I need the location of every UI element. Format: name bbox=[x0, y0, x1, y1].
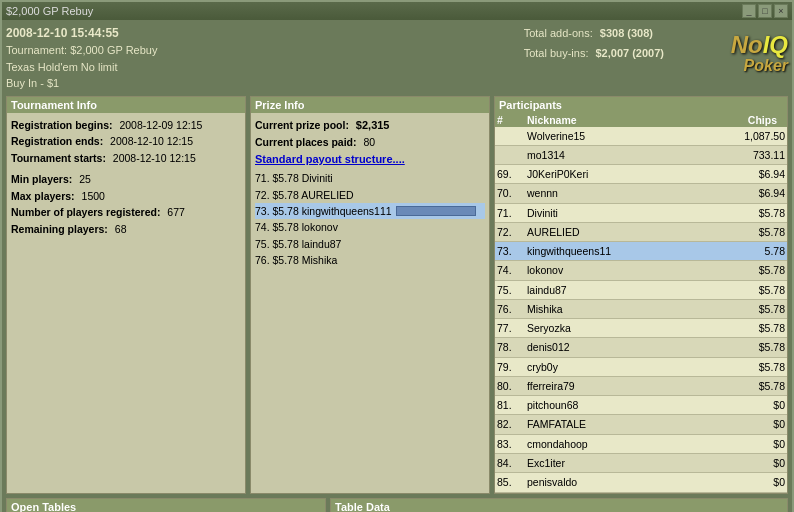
participant-chips: $5.78 bbox=[717, 358, 787, 376]
maximize-button[interactable]: □ bbox=[758, 4, 772, 18]
participant-chips: $0 bbox=[717, 454, 787, 472]
participant-chips: $5.78 bbox=[717, 377, 787, 395]
participant-num bbox=[495, 146, 525, 164]
participant-row[interactable]: 71. Diviniti $5.78 bbox=[495, 204, 787, 223]
participant-num bbox=[495, 127, 525, 145]
participant-num: 80. bbox=[495, 377, 525, 395]
participant-row[interactable]: 75. laindu87 $5.78 bbox=[495, 281, 787, 300]
participant-row[interactable]: 81. pitchoun68 $0 bbox=[495, 396, 787, 415]
participants-panel: Participants # Nickname Chips Wolverine1… bbox=[494, 96, 788, 494]
remaining-label: Remaining players: bbox=[11, 223, 108, 235]
participant-name: cmondahoop bbox=[525, 435, 717, 453]
tournament-info-panel: Tournament Info Registration begins: 200… bbox=[6, 96, 246, 494]
reg-ends-line: Registration ends: 2008-12-10 12:15 bbox=[11, 133, 241, 150]
participant-chips: $5.78 bbox=[717, 223, 787, 241]
prize-pool-line: Current prize pool: $2,315 bbox=[255, 117, 485, 135]
payout-structure-link[interactable]: Standard payout structure.... bbox=[255, 153, 405, 165]
participant-name: denis012 bbox=[525, 338, 717, 356]
participant-row[interactable]: 84. Exc1iter $0 bbox=[495, 454, 787, 473]
participant-name: J0KeriP0Keri bbox=[525, 165, 717, 183]
participant-name: AURELIED bbox=[525, 223, 717, 241]
prize-pool-value: $2,315 bbox=[356, 119, 390, 131]
min-players-label: Min players: bbox=[11, 173, 72, 185]
starts-label: Tournament starts: bbox=[11, 152, 106, 164]
participant-num: 70. bbox=[495, 184, 525, 202]
participant-name: Seryozka bbox=[525, 319, 717, 337]
participant-row[interactable]: 80. fferreira79 $5.78 bbox=[495, 377, 787, 396]
participant-row[interactable]: mo1314 733.11 bbox=[495, 146, 787, 165]
participant-row[interactable]: 72. AURELIED $5.78 bbox=[495, 223, 787, 242]
panels-row: Tournament Info Registration begins: 200… bbox=[6, 96, 788, 494]
title-bar: $2,000 GP Rebuy _ □ × bbox=[2, 2, 792, 20]
participant-chips: $0 bbox=[717, 435, 787, 453]
open-tables-panel: Open Tables Table Players Most chips Lea… bbox=[6, 498, 326, 512]
payout-link[interactable]: Standard payout structure.... bbox=[255, 151, 485, 169]
participant-row[interactable]: 78. denis012 $5.78 bbox=[495, 338, 787, 357]
bottom-section: Open Tables Table Players Most chips Lea… bbox=[6, 498, 788, 512]
reg-begins-line: Registration begins: 2008-12-09 12:15 bbox=[11, 117, 241, 134]
starts-line: Tournament starts: 2008-12-10 12:15 bbox=[11, 150, 241, 167]
participant-num: 78. bbox=[495, 338, 525, 356]
minimize-button[interactable]: _ bbox=[742, 4, 756, 18]
participants-header: Participants bbox=[495, 97, 787, 113]
prize-info-panel: Prize Info Current prize pool: $2,315 Cu… bbox=[250, 96, 490, 494]
max-players-label: Max players: bbox=[11, 190, 75, 202]
table-data-header: Table Data bbox=[331, 499, 787, 512]
reg-ends-value: 2008-12-10 12:15 bbox=[110, 135, 193, 147]
participant-row[interactable]: 77. Seryozka $5.78 bbox=[495, 319, 787, 338]
participant-num: 85. bbox=[495, 473, 525, 491]
participant-name: Wolverine15 bbox=[525, 127, 717, 145]
participant-name: Exc1iter bbox=[525, 454, 717, 472]
participant-chips: $6.94 bbox=[717, 165, 787, 183]
participant-row[interactable]: 82. FAMFATALE $0 bbox=[495, 415, 787, 434]
tournament-name: Tournament: $2,000 GP Rebuy bbox=[6, 42, 500, 59]
top-section: 2008-12-10 15:44:55 Tournament: $2,000 G… bbox=[6, 24, 788, 92]
total-addons-label: Total add-ons: bbox=[524, 27, 593, 39]
participant-name: mo1314 bbox=[525, 146, 717, 164]
close-window-button[interactable]: × bbox=[774, 4, 788, 18]
participant-row[interactable]: 73. kingwithqueens11 5.78 bbox=[495, 242, 787, 261]
total-addons-value: $308 (308) bbox=[600, 27, 653, 39]
participant-name: Diviniti bbox=[525, 204, 717, 222]
num-registered-label: Number of players registered: bbox=[11, 206, 160, 218]
prize-list: 71. $5.78 Diviniti72. $5.78 AURELIED73. … bbox=[255, 170, 485, 268]
participant-row[interactable]: 76. Mishika $5.78 bbox=[495, 300, 787, 319]
participant-chips: $5.78 bbox=[717, 261, 787, 279]
total-addons-line: Total add-ons: $308 (308) bbox=[524, 24, 664, 44]
num-registered-line: Number of players registered: 677 bbox=[11, 204, 241, 221]
participant-num: 69. bbox=[495, 165, 525, 183]
scroll-spacer bbox=[779, 113, 787, 127]
participant-num: 71. bbox=[495, 204, 525, 222]
participant-row[interactable]: 70. wennn $6.94 bbox=[495, 184, 787, 203]
participant-chips: 1,087.50 bbox=[717, 127, 787, 145]
participant-num: 83. bbox=[495, 435, 525, 453]
min-players-value: 25 bbox=[79, 173, 91, 185]
reg-ends-label: Registration ends: bbox=[11, 135, 103, 147]
prize-list-item: 74. $5.78 lokonov bbox=[255, 219, 485, 235]
participant-row[interactable]: 79. cryb0y $5.78 bbox=[495, 358, 787, 377]
participant-name: penisvaldo bbox=[525, 473, 717, 491]
participants-list[interactable]: Wolverine15 1,087.50 mo1314 733.11 69. J… bbox=[495, 127, 787, 493]
logo-area: NoIQ Poker bbox=[668, 24, 788, 84]
total-buyins-label: Total buy-ins: bbox=[524, 47, 589, 59]
places-paid-value: 80 bbox=[363, 136, 375, 148]
participant-name: kingwithqueens11 bbox=[525, 242, 717, 260]
participant-chips: $6.94 bbox=[717, 184, 787, 202]
participants-col-headers: # Nickname Chips bbox=[495, 113, 787, 127]
prize-info-header: Prize Info bbox=[251, 97, 489, 113]
col-num-header: # bbox=[495, 113, 525, 127]
participant-row[interactable]: 85. penisvaldo $0 bbox=[495, 473, 787, 492]
remaining-line: Remaining players: 68 bbox=[11, 221, 241, 238]
participant-num: 73. bbox=[495, 242, 525, 260]
prize-pool-label: Current prize pool: bbox=[255, 119, 349, 131]
tournament-header-info: 2008-12-10 15:44:55 Tournament: $2,000 G… bbox=[6, 24, 500, 92]
participant-row[interactable]: Wolverine15 1,087.50 bbox=[495, 127, 787, 146]
participant-row[interactable]: 74. lokonov $5.78 bbox=[495, 261, 787, 280]
participant-row[interactable]: 69. J0KeriP0Keri $6.94 bbox=[495, 165, 787, 184]
participant-row[interactable]: 83. cmondahoop $0 bbox=[495, 435, 787, 454]
participant-chips: $5.78 bbox=[717, 204, 787, 222]
window-title: $2,000 GP Rebuy bbox=[6, 5, 93, 17]
participant-chips: 733.11 bbox=[717, 146, 787, 164]
max-players-value: 1500 bbox=[82, 190, 105, 202]
participant-num: 74. bbox=[495, 261, 525, 279]
